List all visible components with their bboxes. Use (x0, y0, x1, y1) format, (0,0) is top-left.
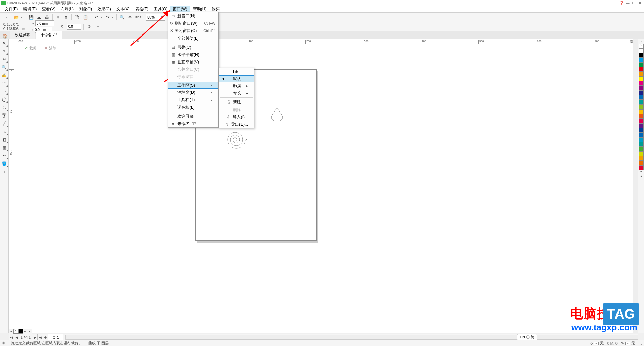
color-swatch[interactable] (639, 58, 644, 62)
page-prev-button[interactable]: ◀ (14, 334, 19, 340)
menu-帮助h[interactable]: 帮助(H) (190, 6, 209, 13)
help-icon[interactable]: ❓ (619, 1, 625, 5)
guideline[interactable] (14, 45, 633, 45)
submenu-item[interactable]: ⇧导出(E)... (219, 121, 254, 128)
menu-工具o[interactable]: 工具(O) (151, 6, 170, 13)
freehand-tool-icon[interactable]: ✍ (1, 72, 8, 79)
menu-效果c[interactable]: 效果(C) (95, 6, 114, 13)
color-swatch[interactable] (639, 133, 644, 137)
color-swatch[interactable] (639, 53, 644, 58)
maximize-button[interactable]: ☐ (631, 1, 637, 5)
page-last-button[interactable]: ⏭ (38, 334, 43, 340)
color-swatch[interactable] (639, 86, 644, 90)
color-swatch[interactable] (639, 156, 644, 161)
zoom-level-input[interactable]: 58%▾ (146, 14, 165, 21)
zoom-tool-icon[interactable]: 🔍 (1, 64, 8, 71)
color-swatch[interactable] (639, 147, 644, 151)
submenu-item[interactable]: 触摸▸ (219, 82, 254, 89)
close-button[interactable]: ✕ (637, 1, 643, 5)
ruler-origin[interactable] (9, 39, 14, 44)
page-first-button[interactable]: ⏮ (9, 334, 14, 340)
width-input[interactable]: 0.0 mm (35, 20, 54, 26)
menu-item[interactable]: 工作区(S)▸ (168, 82, 218, 89)
pdf-icon[interactable]: PDF (135, 14, 142, 21)
page-next-button[interactable]: ▶ (32, 334, 38, 340)
artistic-media-icon[interactable]: 〰 (1, 80, 8, 87)
print-icon[interactable]: 🖶 (43, 14, 51, 21)
color-swatch[interactable] (639, 151, 644, 156)
color-swatch[interactable] (639, 137, 644, 142)
menu-item[interactable]: ▦垂直平铺(V) (168, 58, 218, 66)
menu-item[interactable]: ●未命名 -1* (168, 120, 218, 127)
add-icon[interactable]: ＋ (94, 23, 102, 30)
menu-文件f[interactable]: 文件(F) (2, 6, 20, 13)
bottom-palette-down[interactable]: ▾ (28, 330, 31, 333)
import-icon[interactable]: ⇩ (54, 14, 62, 21)
outline-indicator[interactable]: ✎无 (621, 341, 635, 346)
pan-icon[interactable]: ✥ (126, 14, 134, 21)
bottom-color-black[interactable] (18, 329, 23, 334)
undo-icon[interactable]: ↶ (93, 14, 100, 21)
color-swatch[interactable] (639, 81, 644, 86)
color-swatch[interactable] (639, 119, 644, 123)
color-swatch[interactable] (639, 165, 644, 170)
palette-up-arrow[interactable]: ▴ (640, 40, 642, 44)
menu-item[interactable]: 泊坞窗(D)▸ (168, 89, 218, 96)
menu-item[interactable]: ⟳刷新窗口(W)Ctrl+W (168, 20, 218, 27)
copy-icon[interactable]: ⿻ (73, 14, 81, 21)
home-icon[interactable]: 🏠 (3, 34, 8, 39)
redo-icon[interactable]: ↷ (104, 14, 111, 21)
menu-item[interactable]: 调色板(L) (168, 103, 218, 111)
page-tab[interactable]: 页 1 (48, 334, 63, 340)
menu-购买[interactable]: 购买 (209, 6, 222, 13)
menu-item[interactable]: 工具栏(T)▸ (168, 96, 218, 103)
menu-item[interactable]: ▥水平平铺(H) (168, 51, 218, 58)
palette-down-arrow[interactable]: ▾ (640, 170, 642, 174)
search-icon[interactable]: 🔍 (118, 14, 126, 21)
new-doc-icon[interactable]: ▭ (1, 14, 9, 21)
export-icon[interactable]: ⇧ (62, 14, 70, 21)
submenu-item[interactable]: ⇩导入(I)... (219, 113, 254, 121)
menu-item[interactable]: ▤层叠(C) (168, 44, 218, 51)
submenu-item[interactable]: Lite (219, 68, 254, 75)
save-icon[interactable]: 💾 (27, 14, 35, 21)
rotation-input[interactable]: 0.0 (67, 24, 81, 30)
bottom-no-color[interactable] (13, 329, 18, 334)
vertical-ruler[interactable]: 050100 (9, 44, 14, 333)
language-indicator[interactable]: EN 〇 简 (517, 334, 537, 340)
page-add-button[interactable]: ⊕ (43, 334, 48, 340)
bottom-palette-right[interactable]: ▸ (23, 330, 27, 333)
menu-编辑e[interactable]: 编辑(E) (20, 6, 39, 13)
ellipse-tool-icon[interactable]: ◯ (1, 96, 8, 103)
color-swatch[interactable] (639, 100, 644, 105)
color-swatch[interactable] (639, 48, 644, 53)
menu-item[interactable]: 全部关闭(L) (168, 34, 218, 42)
drop-shadow-icon[interactable]: ◧ (1, 136, 8, 143)
clear-crop-icon[interactable]: ⊘ (86, 23, 93, 30)
fill-indicator[interactable]: ◇无 (590, 341, 604, 346)
connector-icon[interactable]: ↘ (1, 128, 8, 135)
color-swatch[interactable] (639, 128, 644, 133)
fill-tool-icon[interactable]: 🪣 (1, 160, 8, 167)
color-swatch[interactable] (639, 114, 644, 119)
doc-tab[interactable]: 欢迎屏幕 (10, 31, 35, 39)
crop-clear-button[interactable]: ✕清除 (42, 45, 59, 52)
color-swatch[interactable] (639, 67, 644, 72)
horizontal-scrollbar[interactable] (65, 335, 638, 340)
crop-confirm-button[interactable]: ✔裁剪 (22, 45, 39, 52)
menu-布局l[interactable]: 布局(L) (58, 6, 76, 13)
menu-item[interactable]: ▭新窗口(N) (168, 12, 218, 20)
rectangle-tool-icon[interactable]: ▭ (1, 88, 8, 95)
color-swatch[interactable] (639, 95, 644, 100)
polygon-tool-icon[interactable]: ⬠ (1, 104, 8, 111)
submenu-item[interactable]: 专长▸ (219, 89, 254, 97)
plus-tool-icon[interactable]: ＋ (1, 168, 8, 176)
teardrop-shape[interactable] (270, 106, 284, 121)
color-swatch[interactable] (639, 90, 644, 95)
status-flyout-icon[interactable]: … (638, 341, 642, 345)
parallel-dim-icon[interactable]: ╱ (1, 120, 8, 127)
color-swatch[interactable] (639, 76, 644, 81)
menu-表格t[interactable]: 表格(T) (132, 6, 151, 13)
submenu-item[interactable]: ●默认 (219, 75, 254, 82)
menu-item[interactable]: ✕关闭窗口(O)Ctrl+F4 (168, 27, 218, 34)
